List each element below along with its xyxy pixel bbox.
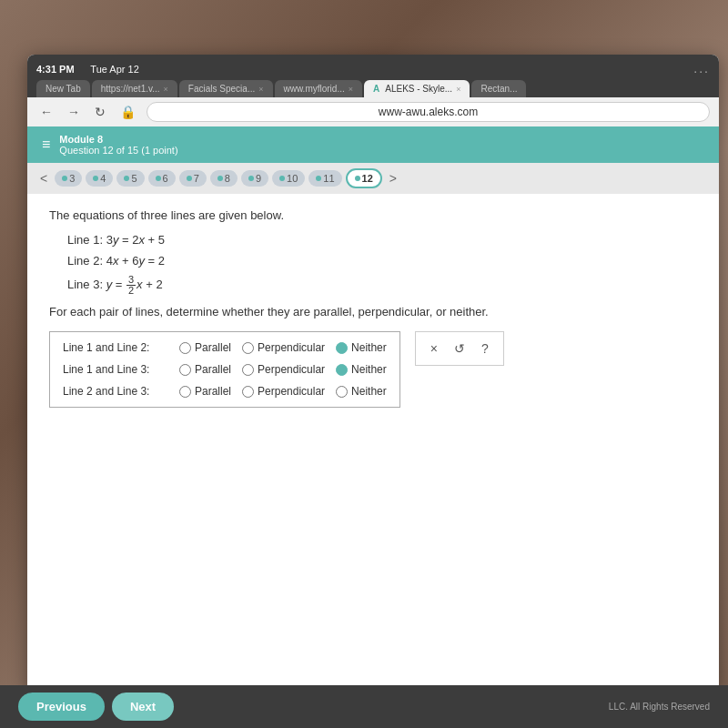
row2-neither[interactable]: Neither <box>336 363 387 376</box>
tab-close-icon[interactable]: × <box>349 85 353 94</box>
row2-radio-group: Parallel Perpendicular Neither <box>179 363 387 376</box>
module-info: Module 8 Question 12 of 15 (1 point) <box>59 134 177 156</box>
radio-circle <box>242 342 254 354</box>
more-options[interactable]: ... <box>693 61 710 76</box>
previous-button[interactable]: Previous <box>18 693 105 721</box>
address-bar[interactable]: www-awu.aleks.com <box>147 102 710 122</box>
back-button[interactable]: ← <box>36 103 56 121</box>
nav-prev-arrow[interactable]: < <box>36 171 51 186</box>
answer-row-3: Line 2 and Line 3: Parallel Perpendicula… <box>63 385 387 398</box>
row3-parallel[interactable]: Parallel <box>179 385 231 398</box>
fraction-display: 32 <box>126 275 136 296</box>
undo-button[interactable]: ↺ <box>450 339 469 358</box>
q-btn-12[interactable]: 12 <box>346 168 382 188</box>
bottom-nav: Previous Next LLC. All Rights Reserved <box>0 685 728 728</box>
q-btn-7[interactable]: 7 <box>179 170 207 187</box>
tab-net1[interactable]: https://net1.v... × <box>92 80 177 97</box>
q-btn-8[interactable]: 8 <box>210 170 238 187</box>
q-btn-4[interactable]: 4 <box>86 170 113 187</box>
tools-panel: × ↺ ? <box>415 331 504 366</box>
clear-button[interactable]: × <box>427 339 441 358</box>
radio-circle-selected <box>336 342 348 354</box>
radio-circle <box>242 364 254 376</box>
clock-date: Tue Apr 12 <box>90 64 138 75</box>
tab-label: www.myflorid... <box>284 84 345 94</box>
hamburger-icon[interactable]: ≡ <box>42 136 50 153</box>
line3-equation: Line 3: y = 32x + 2 <box>67 275 697 296</box>
q-btn-10[interactable]: 10 <box>272 170 305 187</box>
row1-label: Line 1 and Line 2: <box>63 341 172 354</box>
tab-close-icon[interactable]: × <box>164 85 168 94</box>
row2-perpendicular[interactable]: Perpendicular <box>242 363 325 376</box>
row3-neither[interactable]: Neither <box>336 385 387 398</box>
tab-label: Rectan... <box>480 84 517 94</box>
q-btn-11[interactable]: 11 <box>308 170 341 187</box>
help-button[interactable]: ? <box>478 339 492 358</box>
browser-window: 4:31 PM Tue Apr 12 ... New Tab https://n… <box>27 55 719 692</box>
row1-perpendicular[interactable]: Perpendicular <box>242 341 325 354</box>
next-button[interactable]: Next <box>112 693 174 721</box>
tab-bar: New Tab https://net1.v... × Facials Spec… <box>36 80 710 97</box>
row1-radio-group: Parallel Perpendicular Neither <box>179 341 387 354</box>
browser-chrome: 4:31 PM Tue Apr 12 ... New Tab https://n… <box>27 55 719 97</box>
q-btn-5[interactable]: 5 <box>116 170 144 187</box>
radio-circle <box>179 342 191 354</box>
problem-intro: The equations of three lines are given b… <box>49 208 697 222</box>
parallel-label: Parallel <box>195 385 231 398</box>
time-display: 4:31 PM Tue Apr 12 <box>36 60 139 76</box>
address-text: www-awu.aleks.com <box>379 106 478 118</box>
q-btn-9[interactable]: 9 <box>241 170 268 187</box>
copyright-text: LLC. All Rights Reserved <box>609 702 710 712</box>
reload-button[interactable]: ↻ <box>91 103 109 121</box>
module-header: ≡ Module 8 Question 12 of 15 (1 point) <box>27 126 719 163</box>
parallel-label: Parallel <box>195 341 231 354</box>
answer-area: Line 1 and Line 2: Parallel Perpendicula… <box>49 331 697 408</box>
neither-label: Neither <box>351 341 387 354</box>
question-nav: < 3 4 5 6 7 8 9 10 11 12 > <box>27 163 719 194</box>
tab-rectangle[interactable]: Rectan... <box>471 80 526 97</box>
perpendicular-label: Perpendicular <box>258 341 325 354</box>
forward-button[interactable]: → <box>64 103 84 121</box>
row3-radio-group: Parallel Perpendicular Neither <box>179 385 387 398</box>
tab-close-icon[interactable]: × <box>456 85 460 94</box>
q-btn-3[interactable]: 3 <box>55 170 82 187</box>
radio-circle <box>179 386 191 398</box>
browser-toolbar: ← → ↻ 🔒 www-awu.aleks.com <box>27 97 719 126</box>
row1-parallel[interactable]: Parallel <box>179 341 231 354</box>
row2-parallel[interactable]: Parallel <box>179 363 231 376</box>
line1-label: Line 1: 3y = 2x + 5 <box>67 233 165 247</box>
line1-equation: Line 1: 3y = 2x + 5 <box>67 233 697 247</box>
module-question-info: Question 12 of 15 (1 point) <box>59 145 177 156</box>
parallel-label: Parallel <box>195 363 231 376</box>
tab-label: New Tab <box>46 84 81 94</box>
answer-table: Line 1 and Line 2: Parallel Perpendicula… <box>49 331 400 408</box>
lines-container: Line 1: 3y = 2x + 5 Line 2: 4x + 6y = 2 … <box>67 233 697 296</box>
answer-row-2: Line 1 and Line 3: Parallel Perpendicula… <box>63 363 387 376</box>
tab-myflorida[interactable]: www.myflorid... × <box>275 80 363 97</box>
line2-equation: Line 2: 4x + 6y = 2 <box>67 254 697 268</box>
browser-topbar: 4:31 PM Tue Apr 12 ... <box>36 60 710 76</box>
module-title: Module 8 <box>59 134 177 145</box>
tab-newtab[interactable]: New Tab <box>36 80 90 97</box>
clock-time: 4:31 PM <box>36 64 75 75</box>
instruction-text: For each pair of lines, determine whethe… <box>49 305 697 318</box>
tab-label: ALEKS - Skyle... <box>385 84 452 94</box>
radio-circle <box>179 364 191 376</box>
aleks-favicon: A <box>373 84 379 94</box>
tab-aleks[interactable]: A ALEKS - Skyle... × <box>364 80 470 97</box>
tab-label: https://net1.v... <box>101 84 160 94</box>
tab-label: Facials Specia... <box>188 84 255 94</box>
radio-circle <box>242 386 254 398</box>
perpendicular-label: Perpendicular <box>258 385 325 398</box>
neither-label: Neither <box>351 363 387 376</box>
radio-circle-selected <box>336 364 348 376</box>
main-content: The equations of three lines are given b… <box>27 194 719 422</box>
row3-perpendicular[interactable]: Perpendicular <box>242 385 325 398</box>
q-btn-6[interactable]: 6 <box>148 170 176 187</box>
tab-close-icon[interactable]: × <box>258 85 263 94</box>
nav-next-arrow[interactable]: > <box>386 171 400 186</box>
row3-label: Line 2 and Line 3: <box>63 385 172 398</box>
row2-label: Line 1 and Line 3: <box>63 363 172 376</box>
row1-neither[interactable]: Neither <box>336 341 387 354</box>
tab-facials[interactable]: Facials Specia... × <box>179 80 273 97</box>
